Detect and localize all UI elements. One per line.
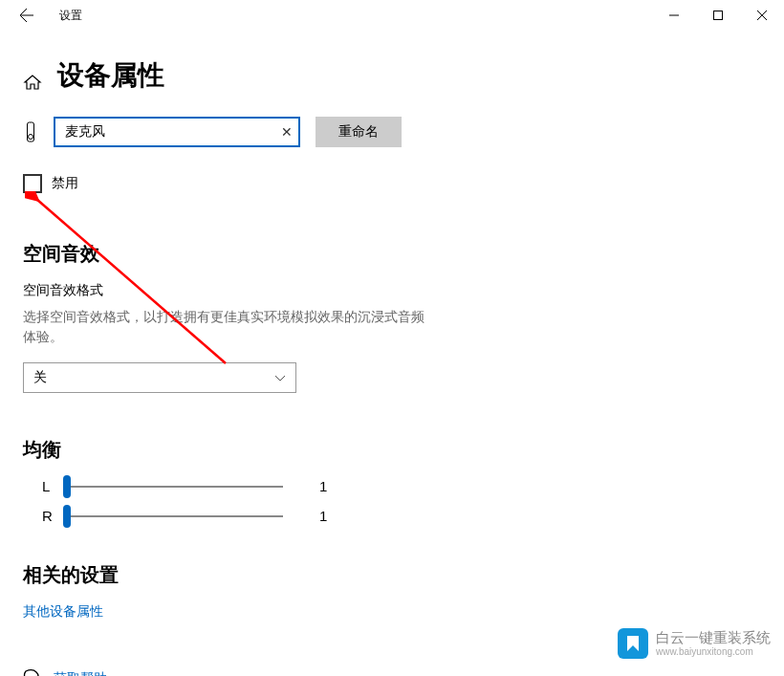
titlebar-left: 设置	[0, 0, 82, 31]
help-icon	[23, 668, 40, 676]
chevron-down-icon	[274, 370, 286, 385]
minimize-icon	[669, 11, 679, 20]
device-name-row: ✕ 重命名	[23, 117, 761, 147]
spatial-section-title: 空间音效	[23, 241, 761, 267]
disable-checkbox[interactable]	[23, 174, 42, 193]
watermark: 白云一键重装系统 www.baiyunxitong.com	[618, 628, 771, 659]
watermark-url: www.baiyunxitong.com	[656, 646, 771, 657]
balance-right-slider[interactable]	[67, 515, 283, 517]
balance-right-value: 1	[319, 508, 327, 524]
balance-section-title: 均衡	[23, 437, 761, 463]
microphone-icon	[23, 121, 38, 142]
app-title: 设置	[59, 8, 82, 24]
maximize-icon	[713, 11, 723, 20]
balance-right-label: R	[23, 508, 55, 524]
back-arrow-icon	[19, 8, 34, 23]
slider-thumb[interactable]	[63, 475, 71, 498]
close-button[interactable]	[740, 0, 784, 31]
clear-input-icon[interactable]: ✕	[281, 124, 293, 140]
titlebar: 设置	[0, 0, 784, 31]
get-help-link[interactable]: 获取帮助	[54, 670, 107, 677]
device-name-input[interactable]	[54, 117, 300, 147]
close-icon	[757, 11, 767, 20]
back-button[interactable]	[11, 0, 42, 31]
other-device-properties-link[interactable]: 其他设备属性	[23, 603, 103, 621]
spatial-format-dropdown[interactable]: 关	[23, 362, 296, 393]
balance-left-slider[interactable]	[67, 486, 283, 488]
window-controls	[652, 0, 784, 31]
watermark-text: 白云一键重装系统 www.baiyunxitong.com	[656, 630, 771, 657]
minimize-button[interactable]	[652, 0, 696, 31]
watermark-title: 白云一键重装系统	[656, 630, 771, 646]
content-area: 设备属性 ✕ 重命名 禁用 空间音效 空间音效格式 选择空间音效格式，以打造拥有…	[0, 31, 784, 676]
page-header: 设备属性	[23, 50, 761, 117]
balance-left-value: 1	[319, 478, 327, 494]
balance-left-row: L 1	[23, 478, 761, 494]
get-help-row: 获取帮助	[23, 668, 761, 676]
device-name-input-wrap: ✕	[54, 117, 300, 147]
rename-button[interactable]: 重命名	[316, 117, 402, 147]
spatial-audio-section: 空间音效 空间音效格式 选择空间音效格式，以打造拥有更佳真实环境模拟效果的沉浸式…	[23, 241, 761, 393]
balance-right-row: R 1	[23, 508, 761, 524]
slider-thumb[interactable]	[63, 505, 71, 528]
disable-label: 禁用	[52, 175, 78, 192]
balance-section: 均衡 L 1 R 1	[23, 437, 761, 524]
watermark-logo-icon	[618, 628, 648, 659]
dropdown-selected-value: 关	[33, 369, 47, 386]
home-icon[interactable]	[23, 73, 42, 95]
balance-left-label: L	[23, 478, 55, 494]
page-title: 设备属性	[57, 57, 164, 94]
spatial-format-label: 空间音效格式	[23, 282, 761, 299]
maximize-button[interactable]	[696, 0, 740, 31]
related-section-title: 相关的设置	[23, 562, 761, 588]
related-settings-section: 相关的设置 其他设备属性	[23, 562, 761, 621]
svg-rect-1	[714, 11, 723, 20]
disable-row: 禁用	[23, 174, 761, 193]
svg-point-5	[29, 135, 33, 140]
spatial-help-text: 选择空间音效格式，以打造拥有更佳真实环境模拟效果的沉浸式音频体验。	[23, 307, 425, 347]
